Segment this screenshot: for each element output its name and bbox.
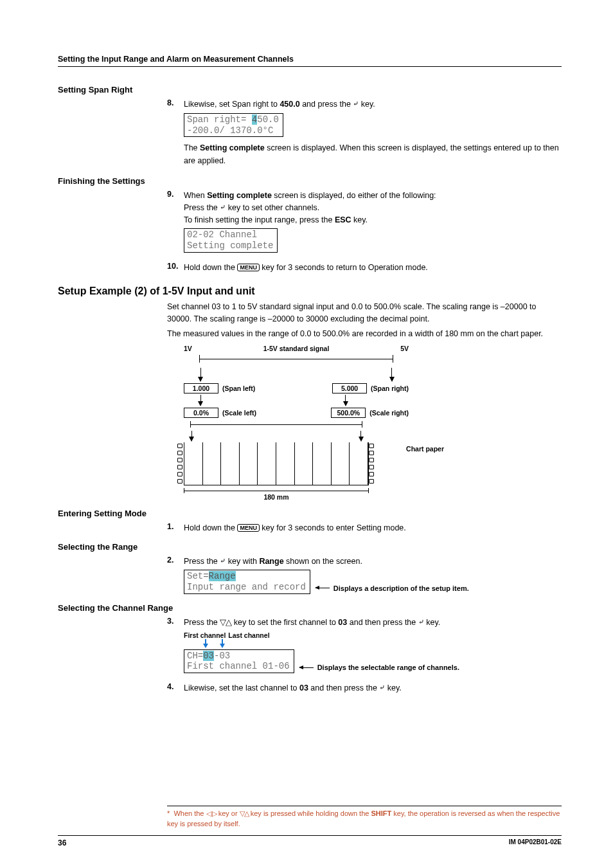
signal-axis	[184, 354, 409, 365]
section-selecting-range-title: Selecting the Range	[58, 542, 562, 552]
lcd-text: CH=	[187, 651, 203, 661]
updown-key-icon: ▽△	[240, 809, 249, 817]
text: screen is displayed, do either of the fo…	[272, 191, 436, 200]
text: key is pressed while holding down the	[249, 809, 371, 817]
text: key for 3 seconds to enter Setting mode.	[260, 523, 406, 532]
lcd-span-right: Span right= 450.0 -200.0/ 1370.0°C	[184, 113, 283, 138]
callout-text: Displays a description of the setup item…	[333, 584, 469, 592]
text: Likewise, set Span right to	[184, 100, 280, 109]
enter-key-icon: ⤶	[418, 618, 424, 626]
para: Set channel 03 to 1 to 5V standard signa…	[167, 301, 562, 326]
span-left-label: (Span left)	[222, 384, 255, 392]
enter-key-icon: ⤶	[379, 683, 385, 691]
lcd-text: -03	[214, 651, 230, 661]
lcd-highlight: 4	[252, 114, 257, 125]
label-1v: 1V	[184, 345, 199, 352]
step-num: 8.	[167, 98, 184, 111]
scale-left-value: 0.0%	[184, 408, 218, 418]
first-channel-label: First channel	[184, 631, 226, 639]
step-num: 1.	[167, 522, 184, 534]
text: key for 3 seconds to return to Operation…	[260, 263, 428, 272]
emphasis: SHIFT	[371, 809, 391, 817]
text: shown on the screen.	[284, 557, 362, 566]
page-footer: 36 IM 04P02B01-02E	[58, 835, 562, 847]
step-3: 3. Press the ▽△ key to set the first cha…	[167, 617, 562, 629]
text: When the	[173, 809, 206, 817]
footnote: * When the ◁ ▷ key or ▽△ key is pressed …	[167, 806, 562, 829]
lcd-text: First channel 01-06	[187, 661, 290, 671]
label-5v: 5V	[393, 345, 409, 352]
text: When	[184, 191, 207, 200]
lcd-highlight: Range	[209, 571, 236, 581]
step-num: 3.	[167, 617, 184, 629]
text: and then press the	[347, 618, 418, 627]
text: key to set other channels.	[226, 203, 319, 212]
text: To finish setting the input range, press…	[184, 215, 335, 224]
text: and then press the	[308, 683, 380, 692]
emphasis: Range	[259, 557, 283, 566]
text: key.	[385, 683, 401, 692]
lcd-text: -200.0/ 1370.0°C	[187, 125, 273, 136]
para: The measured values in the range of 0.0 …	[167, 328, 562, 340]
text: Press the	[184, 557, 220, 566]
emphasis: Setting complete	[207, 191, 272, 200]
footnote-star: *	[167, 809, 170, 817]
step-num: 10.	[167, 262, 184, 274]
scale-left-label: (Scale left)	[222, 409, 256, 417]
text: key.	[359, 100, 375, 109]
lcd-text: Input range and record	[187, 582, 306, 592]
step-10: 10. Hold down the MENU key for 3 seconds…	[167, 262, 562, 274]
emphasis: 03	[299, 683, 308, 692]
span-left-value: 1.000	[184, 383, 218, 393]
section-channel-range-title: Selecting the Channel Range	[58, 603, 562, 613]
leftright-key-icon: ◁ ▷	[206, 809, 217, 817]
callout-arrow-icon	[299, 667, 314, 668]
step-num: 2.	[167, 556, 184, 568]
step-1: 1. Hold down the MENU key for 3 seconds …	[167, 522, 562, 534]
width-label: 180 mm	[184, 493, 369, 501]
enter-key-icon: ⤶	[353, 100, 359, 107]
lcd-text: Set=	[187, 571, 209, 581]
enter-key-icon: ⤶	[220, 557, 226, 565]
text: Press the	[184, 618, 220, 627]
lcd-text: Span right=	[187, 114, 252, 125]
chart-paper-label: Chart paper	[406, 445, 444, 453]
lcd-set-range: Set=Range Input range and record	[184, 570, 310, 594]
scale-right-label: (Scale right)	[369, 409, 409, 417]
section-finishing-title: Finishing the Settings	[58, 176, 562, 186]
value: 450.0	[280, 100, 299, 109]
lcd-setting-complete: 02-02 Channel Setting complete	[184, 228, 278, 253]
lcd-channel: CH=03-03 First channel 01-06	[184, 649, 294, 674]
step-2: 2. Press the ⤶ key with Range shown on t…	[167, 556, 562, 568]
last-channel-label: Last channel	[228, 631, 269, 639]
step-9: 9. When Setting complete screen is displ…	[167, 190, 562, 226]
lcd-text: Setting complete	[187, 240, 273, 251]
menu-key-icon: MENU	[237, 264, 260, 271]
page-number: 36	[58, 838, 66, 847]
label-signal: 1-5V standard signal	[199, 345, 393, 352]
text: key.	[424, 618, 440, 627]
doc-id: IM 04P02B01-02E	[509, 838, 562, 847]
chart-paper	[184, 442, 369, 485]
emphasis: ESC	[335, 215, 351, 224]
updown-key-icon: ▽△	[220, 618, 231, 627]
lcd-highlight: 03	[203, 651, 214, 661]
text: The	[184, 143, 200, 152]
para: The Setting complete screen is displayed…	[184, 142, 562, 167]
emphasis: 03	[338, 618, 347, 627]
callout-text: Displays the selectable range of channel…	[317, 664, 459, 671]
step-num: 4.	[167, 682, 184, 694]
first-channel-arrow-icon	[203, 639, 208, 648]
callout-arrow-icon	[315, 588, 330, 588]
text: key to set the first channel to	[231, 618, 338, 627]
text: key or	[217, 809, 240, 817]
text: key with	[226, 557, 259, 566]
span-right-label: (Span right)	[371, 384, 409, 392]
text: Likewise, set the last channel to	[184, 683, 299, 692]
text: Hold down the	[184, 263, 237, 272]
lcd-text: 50.0	[257, 114, 279, 125]
step-4: 4. Likewise, set the last channel to 03 …	[167, 682, 562, 694]
last-channel-arrow-icon	[220, 639, 225, 648]
span-right-value: 5.000	[332, 383, 367, 393]
menu-key-icon: MENU	[237, 524, 260, 532]
